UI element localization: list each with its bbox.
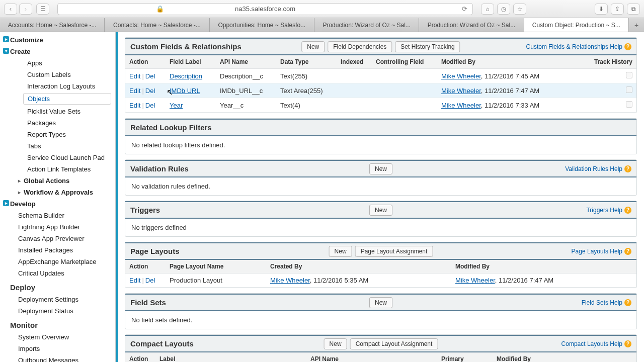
- sidebar-create[interactable]: Create: [0, 46, 115, 57]
- help-icon[interactable]: ?: [624, 43, 631, 50]
- sidebar-installed-packages[interactable]: Installed Packages: [0, 244, 115, 256]
- user-link[interactable]: Mike Wheeler: [270, 277, 310, 284]
- field-label-link[interactable]: Description: [170, 72, 202, 80]
- sidebar-deployment-status[interactable]: Deployment Status: [0, 305, 115, 317]
- sidebar-packages[interactable]: Packages: [0, 117, 115, 129]
- history-tracking-button[interactable]: Set History Tracking: [395, 41, 460, 52]
- track-checkbox: [626, 72, 632, 78]
- reload-icon[interactable]: ⟳: [462, 5, 467, 13]
- del-link[interactable]: Del: [145, 102, 155, 109]
- sidebar-apps[interactable]: Apps: [0, 57, 115, 69]
- sidebar-customize[interactable]: Customize: [0, 34, 115, 46]
- help-icon[interactable]: ?: [624, 299, 631, 306]
- tab-custom-object[interactable]: Custom Object: Production ~ S...: [524, 18, 629, 32]
- forward-button[interactable]: ›: [19, 4, 32, 15]
- triggers-panel: Triggers New Triggers Help? No triggers …: [125, 201, 637, 237]
- sidebar-imports[interactable]: Imports: [0, 343, 115, 354]
- new-validation-button[interactable]: New: [369, 163, 392, 174]
- validation-body: No validation rules defined.: [125, 177, 636, 195]
- sidebar-outbound-messages[interactable]: Outbound Messages: [0, 354, 115, 362]
- custom-fields-title: Custom Fields & Relationships: [130, 42, 242, 51]
- sidebar-deployment-settings[interactable]: Deployment Settings: [0, 294, 115, 305]
- validation-title: Validation Rules: [130, 164, 189, 173]
- trigger-body: No triggers defined: [125, 219, 636, 236]
- field-sets-help-link[interactable]: Field Sets Help: [582, 299, 622, 306]
- new-layout-button[interactable]: New: [329, 246, 352, 257]
- del-link[interactable]: Del: [145, 72, 155, 80]
- help-icon[interactable]: ?: [624, 207, 631, 214]
- tab-contacts[interactable]: Contacts: Home ~ Salesforce -...: [105, 18, 209, 32]
- share-icon[interactable]: ⇪: [611, 4, 624, 15]
- sidebar-develop[interactable]: Develop: [0, 198, 115, 210]
- edit-link[interactable]: Edit: [129, 72, 140, 80]
- tab-accounts[interactable]: Accounts: Home ~ Salesforce -...: [0, 18, 105, 32]
- edit-link[interactable]: Edit: [129, 102, 140, 109]
- sidebar-critical-updates[interactable]: Critical Updates: [0, 267, 115, 279]
- page-layouts-help-link[interactable]: Page Layouts Help: [572, 248, 622, 255]
- sidebar-lightning-app[interactable]: Lightning App Builder: [0, 221, 115, 233]
- sidebar-interaction-log[interactable]: Interaction Log Layouts: [0, 80, 115, 92]
- help-icon[interactable]: ?: [624, 248, 631, 255]
- new-field-set-button[interactable]: New: [369, 297, 392, 308]
- custom-fields-help-link[interactable]: Custom Fields & Relationships Help: [526, 43, 622, 50]
- history-icon[interactable]: ◷: [497, 4, 510, 15]
- user-link[interactable]: Mike Wheeler: [441, 87, 481, 95]
- sidebar-schema-builder[interactable]: Schema Builder: [0, 210, 115, 221]
- field-label-link[interactable]: Year: [170, 102, 183, 109]
- home-icon[interactable]: ⌂: [481, 4, 494, 15]
- url-text: na35.salesforce.com: [235, 5, 295, 13]
- user-link[interactable]: Mike Wheeler: [455, 277, 495, 284]
- table-row: Edit|Del Year Year__c Text(4) Mike Wheel…: [125, 98, 636, 113]
- tab-opportunities[interactable]: Opportunities: Home ~ Salesfo...: [210, 18, 314, 32]
- downloads-icon[interactable]: ⬇: [595, 4, 608, 15]
- tabs-icon[interactable]: ⧉: [627, 4, 640, 15]
- validation-help-link[interactable]: Validation Rules Help: [565, 165, 622, 172]
- new-tab-button[interactable]: +: [629, 18, 644, 32]
- sidebar-workflow[interactable]: Workflow & Approvals: [0, 187, 115, 198]
- edit-link[interactable]: Edit: [129, 87, 140, 95]
- sidebar-custom-labels[interactable]: Custom Labels: [0, 69, 115, 80]
- sidebar-objects[interactable]: Objects: [23, 93, 111, 105]
- sidebar-action-link[interactable]: Action Link Templates: [0, 163, 115, 175]
- sidebar-appexchange[interactable]: AppExchange Marketplace: [0, 256, 115, 267]
- sidebar-tabs[interactable]: Tabs: [0, 140, 115, 152]
- sidebar-service-cloud[interactable]: Service Cloud Launch Pad: [0, 152, 115, 163]
- field-dependencies-button[interactable]: Field Dependencies: [328, 41, 392, 52]
- edit-link[interactable]: Edit: [129, 277, 140, 284]
- sidebar-system-overview[interactable]: System Overview: [0, 331, 115, 343]
- url-bar[interactable]: 🔒 na35.salesforce.com ⟳: [57, 3, 473, 15]
- sidebar-global-actions[interactable]: Global Actions: [0, 175, 115, 187]
- sidebar-report-types[interactable]: Report Types: [0, 129, 115, 140]
- bookmark-icon[interactable]: ☆: [513, 4, 526, 15]
- help-icon[interactable]: ?: [624, 165, 631, 172]
- sidebar-picklist[interactable]: Picklist Value Sets: [0, 106, 115, 117]
- del-link[interactable]: Del: [145, 87, 155, 95]
- del-link[interactable]: Del: [145, 277, 155, 284]
- new-compact-button[interactable]: New: [324, 338, 347, 349]
- field-label-link[interactable]: IMDb URL: [170, 87, 200, 95]
- help-icon[interactable]: ?: [624, 340, 631, 347]
- custom-fields-table: Action Field Label API Name Data Type In…: [125, 55, 636, 113]
- compact-layouts-panel: Compact Layouts New Compact Layout Assig…: [125, 334, 637, 362]
- page-layouts-title: Page Layouts: [130, 247, 180, 255]
- related-lookup-body: No related lookup filters defined.: [125, 136, 636, 154]
- new-trigger-button[interactable]: New: [369, 205, 392, 216]
- tab-production-1[interactable]: Production: Wizard of Oz ~ Sal...: [314, 18, 419, 32]
- user-link[interactable]: Mike Wheeler: [441, 72, 481, 80]
- sidebar-monitor-header[interactable]: Monitor: [0, 317, 115, 331]
- layout-assignment-button[interactable]: Page Layout Assignment: [355, 246, 433, 257]
- back-button[interactable]: ‹: [4, 4, 17, 15]
- sidebar-toggle-icon[interactable]: ☰: [36, 4, 49, 15]
- triggers-help-link[interactable]: Triggers Help: [586, 207, 622, 214]
- compact-assignment-button[interactable]: Compact Layout Assignment: [350, 338, 438, 349]
- sidebar-canvas[interactable]: Canvas App Previewer: [0, 233, 115, 244]
- user-link[interactable]: Mike Wheeler: [441, 102, 481, 109]
- col-controlling: Controlling Field: [372, 55, 437, 69]
- new-field-button[interactable]: New: [301, 41, 325, 52]
- tab-production-2[interactable]: Production: Wizard of Oz ~ Sal...: [419, 18, 524, 32]
- table-row: Edit|Del Production Layout Mike Wheeler,…: [125, 274, 636, 288]
- content-area: Custom Fields & Relationships New Field …: [116, 32, 644, 362]
- sidebar-deploy-header[interactable]: Deploy: [0, 279, 115, 294]
- setup-sidebar: Customize Create Apps Custom Labels Inte…: [0, 32, 116, 362]
- compact-layouts-help-link[interactable]: Compact Layouts Help: [561, 340, 622, 347]
